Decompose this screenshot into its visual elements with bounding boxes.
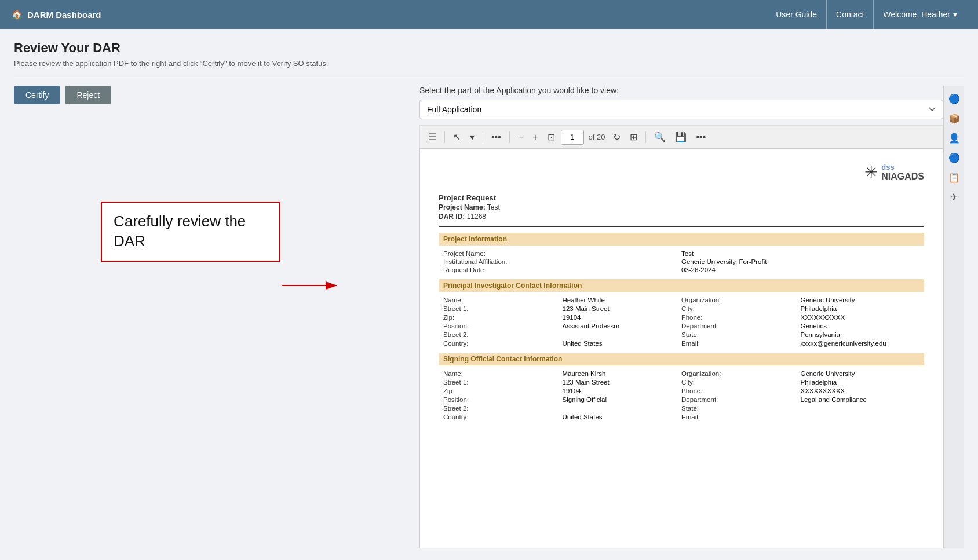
pi-zip-label: Zip: xyxy=(443,314,563,321)
pi-label: Project Name: xyxy=(443,250,681,257)
application-part-select[interactable]: Full Application Project Information Pri… xyxy=(419,100,943,119)
pdf-section-divider xyxy=(439,226,924,227)
dss-logo: ✳ dss NIAGADS xyxy=(864,163,924,182)
so-org-value: Generic University xyxy=(801,370,920,377)
sidebar-icon-5[interactable]: 📋 xyxy=(946,169,962,185)
so-city-value: Philadelphia xyxy=(801,379,920,386)
ia-value: Generic University, For-Profit xyxy=(681,258,919,265)
rotate-button[interactable]: ↻ xyxy=(610,129,624,145)
pdf-scroll-area: ✳ dss NIAGADS Project Request Project Na… xyxy=(419,148,943,548)
so-email-value xyxy=(801,413,920,420)
sidebar-icon-3[interactable]: 👤 xyxy=(946,130,962,146)
so-dept-label: Department: xyxy=(681,396,801,403)
so-st1-label: Street 1: xyxy=(443,379,563,386)
right-panel: Select the part of the Application you w… xyxy=(419,86,943,548)
toolbar-divider-3 xyxy=(509,131,510,143)
pi-pos-label: Position: xyxy=(443,323,563,330)
dss-star-icon: ✳ xyxy=(864,163,878,182)
pi-email-value: xxxxx@genericuniversity.edu xyxy=(801,340,920,347)
pi-st2-value xyxy=(563,331,682,338)
so-st2-label: Street 2: xyxy=(443,405,563,412)
so-name-label: Name: xyxy=(443,370,563,377)
outline-toggle-button[interactable]: ☰ xyxy=(425,129,440,145)
pi-state-value: Pennsylvania xyxy=(801,331,920,338)
sidebar-icon-4[interactable]: 🔵 xyxy=(946,149,962,166)
more-options-button[interactable]: ••• xyxy=(488,130,505,145)
so-st2-value xyxy=(563,405,682,412)
more-toolbar-button[interactable]: ••• xyxy=(692,130,709,145)
so-country-value: United States xyxy=(563,413,682,420)
so-contact-grid: Name: Maureen Kirsh Organization: Generi… xyxy=(439,370,924,420)
so-name-value: Maureen Kirsh xyxy=(563,370,682,377)
pi-st2-label: Street 2: xyxy=(443,331,563,338)
content-row: Certify Reject Carefully review the DAR … xyxy=(14,86,964,548)
project-info-grid: Project Name: Test Institutional Affilia… xyxy=(439,250,924,273)
toolbar-divider-2 xyxy=(483,131,483,143)
so-st1-value: 123 Main Street xyxy=(563,379,682,386)
navbar-links: User Guide Contact Welcome, Heather ▾ xyxy=(767,0,966,29)
so-dept-value: Legal and Compliance xyxy=(801,396,920,403)
toolbar-divider-1 xyxy=(444,131,445,143)
section-pi-info: Principal Investigator Contact Informati… xyxy=(439,279,924,292)
rd-value: 03-26-2024 xyxy=(681,266,919,273)
action-buttons: Certify Reject xyxy=(14,86,419,104)
page-number-input[interactable] xyxy=(561,130,584,145)
user-guide-link[interactable]: User Guide xyxy=(767,0,827,29)
reject-button[interactable]: Reject xyxy=(65,86,111,104)
welcome-link[interactable]: Welcome, Heather ▾ xyxy=(874,0,966,29)
toolbar-divider-4 xyxy=(645,131,646,143)
pi-city-label: City: xyxy=(681,305,801,312)
contact-link[interactable]: Contact xyxy=(827,0,874,29)
brand-label: DARM Dashboard xyxy=(27,10,101,20)
pi-city-value: Philadelphia xyxy=(801,305,920,312)
pi-email-label: Email: xyxy=(681,340,801,347)
so-city-label: City: xyxy=(681,379,801,386)
pi-state-label: State: xyxy=(681,331,801,338)
pi-phone-label: Phone: xyxy=(681,314,801,321)
pi-country-label: Country: xyxy=(443,340,563,347)
section-so-info: Signing Official Contact Information xyxy=(439,353,924,365)
zoom-out-button[interactable]: − xyxy=(514,130,527,145)
so-pos-value: Signing Official xyxy=(563,396,682,403)
pi-pos-value: Assistant Professor xyxy=(563,323,682,330)
pi-dept-value: Genetics xyxy=(801,323,920,330)
welcome-text: Welcome, Heather xyxy=(883,10,950,19)
navbar-brand[interactable]: 🏠 DARM Dashboard xyxy=(12,9,101,20)
cursor-tool-button[interactable]: ↖ xyxy=(450,129,464,145)
certify-button[interactable]: Certify xyxy=(14,86,60,104)
rd-label: Request Date: xyxy=(443,266,681,273)
pdf-project-request: Project Request xyxy=(439,193,924,202)
pdf-logo-header: ✳ dss NIAGADS xyxy=(439,163,924,182)
download-button[interactable]: 💾 xyxy=(672,129,690,145)
cursor-dropdown-button[interactable]: ▾ xyxy=(466,129,478,145)
pi-org-value: Generic University xyxy=(801,297,920,303)
search-button[interactable]: 🔍 xyxy=(651,129,669,145)
zoom-in-button[interactable]: + xyxy=(529,130,541,145)
sidebar-icon-1[interactable]: 🔵 xyxy=(946,90,962,107)
pdf-toolbar: ☰ ↖ ▾ ••• − + ⊡ of 20 ↻ ⊞ 🔍 💾 ••• xyxy=(419,125,943,148)
left-panel: Certify Reject Carefully review the DAR xyxy=(14,86,419,548)
so-email-label: Email: xyxy=(681,413,801,420)
ia-label: Institutional Affiliation: xyxy=(443,258,681,265)
sidebar-icon-2[interactable]: 📦 xyxy=(946,110,962,126)
pi-zip-value: 19104 xyxy=(563,314,682,321)
pdf-content[interactable]: ✳ dss NIAGADS Project Request Project Na… xyxy=(419,148,943,548)
so-phone-label: Phone: xyxy=(681,387,801,394)
select-label: Select the part of the Application you w… xyxy=(419,86,943,95)
so-state-value xyxy=(801,405,920,412)
section-project-info: Project Information xyxy=(439,233,924,246)
so-org-label: Organization: xyxy=(681,370,801,377)
divider xyxy=(14,76,964,76)
pi-name-label: Name: xyxy=(443,297,563,303)
fit-page-button[interactable]: ⊡ xyxy=(544,129,559,145)
pi-country-value: United States xyxy=(563,340,682,347)
sidebar-icon-6[interactable]: ✈ xyxy=(946,189,962,205)
navbar: 🏠 DARM Dashboard User Guide Contact Welc… xyxy=(0,0,978,29)
spread-button[interactable]: ⊞ xyxy=(626,129,641,145)
annotation-box: Carefully review the DAR xyxy=(101,202,280,262)
so-pos-label: Position: xyxy=(443,396,563,403)
so-zip-value: 19104 xyxy=(563,387,682,394)
so-zip-label: Zip: xyxy=(443,387,563,394)
right-sidebar: 🔵 📦 👤 🔵 📋 ✈ xyxy=(943,86,964,548)
so-country-label: Country: xyxy=(443,413,563,420)
